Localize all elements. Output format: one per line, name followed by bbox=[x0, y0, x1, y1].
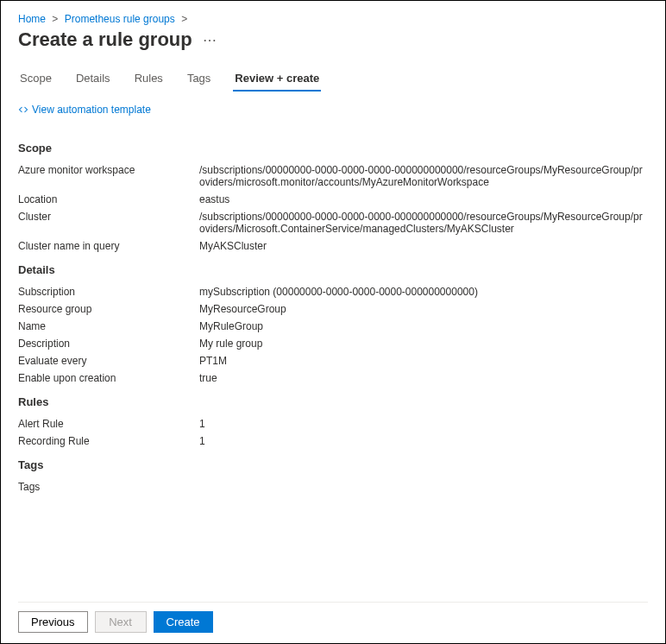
review-content: Scope Azure monitor workspace /subscript… bbox=[18, 133, 648, 602]
tab-review-create[interactable]: Review + create bbox=[233, 66, 321, 92]
title-row: Create a rule group ⋯ bbox=[18, 28, 648, 51]
tab-scope[interactable]: Scope bbox=[18, 66, 53, 92]
value-alert-rule: 1 bbox=[199, 418, 205, 430]
label-enable-upon-creation: Enable upon creation bbox=[18, 372, 199, 384]
label-recording-rule: Recording Rule bbox=[18, 435, 199, 447]
value-azure-monitor-workspace: /subscriptions/00000000-0000-0000-0000-0… bbox=[199, 164, 648, 188]
automation-link-row: View automation template bbox=[18, 104, 648, 117]
value-enable-upon-creation: true bbox=[199, 372, 217, 384]
row-tags: Tags bbox=[18, 478, 648, 496]
value-cluster: /subscriptions/00000000-0000-0000-0000-0… bbox=[199, 211, 648, 235]
breadcrumb: Home > Prometheus rule groups > bbox=[18, 13, 648, 25]
tab-tags[interactable]: Tags bbox=[185, 66, 212, 92]
row-enable-upon-creation: Enable upon creation true bbox=[18, 369, 648, 387]
breadcrumb-parent[interactable]: Prometheus rule groups bbox=[65, 13, 175, 25]
chevron-right-icon: > bbox=[181, 13, 187, 25]
row-subscription: Subscription mySubscription (00000000-00… bbox=[18, 283, 648, 300]
value-description: My rule group bbox=[199, 338, 262, 350]
row-azure-monitor-workspace: Azure monitor workspace /subscriptions/0… bbox=[18, 161, 648, 191]
label-name: Name bbox=[18, 320, 199, 332]
value-location: eastus bbox=[199, 193, 229, 205]
view-automation-template-label: View automation template bbox=[32, 104, 151, 116]
row-name: Name MyRuleGroup bbox=[18, 318, 648, 335]
label-evaluate-every: Evaluate every bbox=[18, 355, 199, 367]
label-cluster-name-query: Cluster name in query bbox=[18, 240, 199, 252]
row-resource-group: Resource group MyResourceGroup bbox=[18, 300, 648, 318]
label-alert-rule: Alert Rule bbox=[18, 418, 199, 430]
label-description: Description bbox=[18, 338, 199, 350]
value-evaluate-every: PT1M bbox=[199, 355, 227, 367]
footer-buttons: Previous Next Create bbox=[18, 602, 648, 643]
value-resource-group: MyResourceGroup bbox=[199, 303, 286, 315]
create-button[interactable]: Create bbox=[154, 611, 213, 633]
row-alert-rule: Alert Rule 1 bbox=[18, 415, 648, 432]
section-rules-heading: Rules bbox=[18, 395, 648, 408]
chevron-right-icon: > bbox=[52, 13, 58, 25]
row-location: Location eastus bbox=[18, 191, 648, 208]
more-icon[interactable]: ⋯ bbox=[203, 32, 217, 48]
label-cluster: Cluster bbox=[18, 211, 199, 223]
tab-rules[interactable]: Rules bbox=[133, 66, 165, 92]
previous-button[interactable]: Previous bbox=[18, 611, 88, 633]
value-subscription: mySubscription (00000000-0000-0000-0000-… bbox=[199, 286, 478, 298]
label-resource-group: Resource group bbox=[18, 303, 199, 315]
label-tags: Tags bbox=[18, 481, 199, 493]
view-automation-template-link[interactable]: View automation template bbox=[18, 104, 151, 116]
section-details-heading: Details bbox=[18, 263, 648, 276]
next-button: Next bbox=[95, 611, 147, 633]
breadcrumb-home[interactable]: Home bbox=[18, 13, 46, 25]
page-container: Home > Prometheus rule groups > Create a… bbox=[0, 0, 666, 644]
row-recording-rule: Recording Rule 1 bbox=[18, 432, 648, 450]
row-evaluate-every: Evaluate every PT1M bbox=[18, 352, 648, 369]
page-title: Create a rule group bbox=[18, 28, 192, 51]
row-cluster-name-query: Cluster name in query MyAKSCluster bbox=[18, 237, 648, 255]
code-icon bbox=[18, 104, 28, 115]
section-tags-heading: Tags bbox=[18, 458, 648, 471]
value-cluster-name-query: MyAKSCluster bbox=[199, 240, 267, 252]
row-cluster: Cluster /subscriptions/00000000-0000-000… bbox=[18, 208, 648, 237]
label-azure-monitor-workspace: Azure monitor workspace bbox=[18, 164, 199, 176]
label-location: Location bbox=[18, 193, 199, 205]
section-scope-heading: Scope bbox=[18, 142, 648, 155]
label-subscription: Subscription bbox=[18, 286, 199, 298]
tabs: Scope Details Rules Tags Review + create bbox=[18, 66, 648, 92]
tab-details[interactable]: Details bbox=[74, 66, 112, 92]
value-name: MyRuleGroup bbox=[199, 320, 263, 332]
value-recording-rule: 1 bbox=[199, 435, 205, 447]
row-description: Description My rule group bbox=[18, 335, 648, 352]
